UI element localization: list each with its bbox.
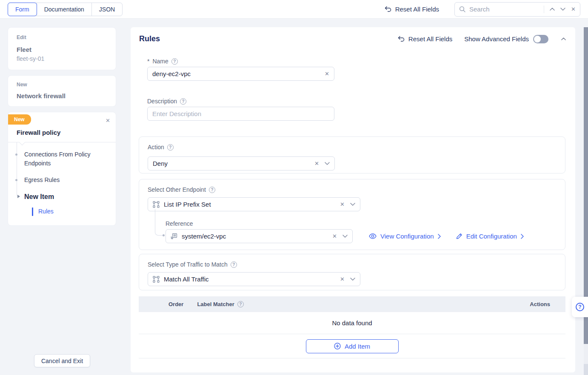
field-label-text: Reference <box>166 220 193 227</box>
help-icon[interactable]: ? <box>231 261 237 268</box>
clear-traffic-button[interactable]: ✕ <box>340 276 345 282</box>
cancel-and-exit-button[interactable]: Cancel and Exit <box>34 354 90 367</box>
description-input[interactable] <box>152 110 329 117</box>
search-input[interactable] <box>469 6 540 13</box>
clear-endpoint-button[interactable]: ✕ <box>340 202 345 207</box>
reset-all-fields-label: Reset All Fields <box>408 35 452 43</box>
tab-json[interactable]: JSON <box>91 3 122 16</box>
column-header-actions: Actions <box>530 301 550 307</box>
reset-all-fields-label: Reset All Fields <box>395 6 439 13</box>
traffic-field-label: Select Type of Traffic to Match ? <box>148 261 557 268</box>
scrollbar-track-end <box>584 364 588 375</box>
clear-name-button[interactable]: ✕ <box>325 71 329 77</box>
tab-documentation[interactable]: Documentation <box>37 3 91 16</box>
traffic-select[interactable]: Match All Traffic ✕ <box>148 272 360 286</box>
close-search-button[interactable]: ✕ <box>571 6 576 12</box>
help-icon[interactable]: ? <box>180 98 186 105</box>
name-field-label: * Name ? <box>147 58 178 65</box>
chevron-down-icon[interactable] <box>343 235 348 238</box>
tree-item-connections-from-policy-endpoints[interactable]: Connections From Policy Endpoints <box>8 150 110 168</box>
table-footer-row: Add Item <box>139 334 565 358</box>
link-label: Edit Configuration <box>466 233 517 240</box>
name-input[interactable] <box>152 70 325 77</box>
next-match-button[interactable] <box>560 8 565 11</box>
select-value: Deny <box>153 160 310 167</box>
edit-configuration-link[interactable]: Edit Configuration <box>456 233 524 240</box>
table-empty-state: No data found <box>139 312 565 334</box>
select-value: system/ec2-vpc <box>182 233 328 240</box>
bullet-dot <box>15 179 17 181</box>
chevron-down-icon[interactable] <box>325 162 330 165</box>
help-button[interactable]: ? <box>572 297 588 317</box>
help-circle-icon: ? <box>576 303 584 311</box>
previous-match-button[interactable] <box>550 8 555 11</box>
chevron-right-icon <box>521 234 524 239</box>
help-icon[interactable]: ? <box>171 58 178 65</box>
tab-form[interactable]: Form <box>8 3 37 16</box>
vertical-scrollbar-track[interactable] <box>584 27 588 375</box>
add-item-label: Add Item <box>345 343 370 350</box>
chevron-down-icon[interactable] <box>350 203 355 206</box>
undo-icon <box>385 6 392 12</box>
field-label-text: Name <box>152 58 168 65</box>
page-title: Rules <box>139 34 160 43</box>
sidebar: Edit Fleet fleet-sy-01 New Network firew… <box>8 27 116 231</box>
name-input-wrapper: ✕ <box>147 67 334 81</box>
endpoint-section-card: Select Other Endpoint ? List IP Prefix S… <box>139 179 565 250</box>
description-field-label: Description ? <box>147 98 186 105</box>
help-icon[interactable]: ? <box>167 144 174 151</box>
add-item-button[interactable]: Add Item <box>306 339 399 353</box>
field-label-text: Action <box>148 144 164 151</box>
card-kicker: Edit <box>17 34 107 40</box>
search-controls: ✕ <box>544 6 576 13</box>
show-advanced-fields-toggle[interactable] <box>533 35 548 43</box>
required-mark: * <box>147 58 149 65</box>
clear-reference-button[interactable]: ✕ <box>332 233 337 239</box>
eye-icon <box>369 233 377 239</box>
help-icon[interactable]: ? <box>237 301 244 307</box>
show-advanced-fields-label: Show Advanced Fields <box>464 35 529 43</box>
tree-item-egress-rules[interactable]: Egress Rules <box>8 176 110 185</box>
column-header-order: Order <box>168 301 183 307</box>
search-icon <box>459 6 466 13</box>
close-policy-button[interactable]: ✕ <box>106 117 110 124</box>
rules-form-panel: Rules Reset All Fields Show Advanced Fie… <box>131 27 575 372</box>
field-label-text: Description <box>147 98 177 105</box>
help-icon[interactable]: ? <box>209 187 215 193</box>
select-value: Match All Traffic <box>164 276 336 283</box>
search-box: ✕ <box>454 2 580 17</box>
reference-select[interactable]: system/ec2-vpc ✕ <box>166 229 353 243</box>
tree-item-rules-active[interactable]: Rules <box>32 207 110 216</box>
tree-item-label: Connections From Policy Endpoints <box>24 151 91 167</box>
tree-item-label: New Item <box>24 193 54 200</box>
plus-circle-icon <box>334 343 341 349</box>
toggle-knob <box>534 36 541 43</box>
action-select[interactable]: Deny ✕ <box>148 156 335 170</box>
endpoint-select[interactable]: List IP Prefix Set ✕ <box>148 197 360 211</box>
reset-all-fields-button[interactable]: Reset All Fields <box>385 6 439 13</box>
view-configuration-link[interactable]: View Configuration <box>369 233 441 240</box>
column-header-label-matcher: Label Matcher ? <box>197 301 243 307</box>
traffic-section-card: Select Type of Traffic to Match ? Match … <box>139 254 565 290</box>
action-field-label: Action ? <box>148 144 557 151</box>
chevron-down-icon[interactable] <box>350 278 355 281</box>
reference-field-label: Reference <box>166 220 193 227</box>
undo-icon <box>398 36 405 42</box>
collapse-section-button[interactable] <box>561 37 566 40</box>
bullet-dot <box>15 153 17 156</box>
label-matcher-table: Order Label Matcher ? Actions No data fo… <box>139 296 565 358</box>
new-status-badge: New <box>8 114 31 125</box>
link-label: View Configuration <box>380 233 434 240</box>
view-tab-group: Form Documentation JSON <box>8 3 123 16</box>
firewall-policy-card: New ✕ Firewall policy Connections From P… <box>8 112 116 226</box>
tree-item-new-item[interactable]: New Item <box>8 192 110 201</box>
table-header-row: Order Label Matcher ? Actions <box>139 296 565 312</box>
top-toolbar: Form Documentation JSON Reset All Fields <box>0 0 588 19</box>
policy-title: Firewall policy <box>8 125 116 142</box>
reference-doc-icon <box>171 233 177 240</box>
clear-action-button[interactable]: ✕ <box>314 161 319 166</box>
card-subtitle: fleet-sy-01 <box>17 55 107 62</box>
select-value: List IP Prefix Set <box>164 201 336 208</box>
card-title: Network firewall <box>17 92 107 99</box>
reset-all-fields-button[interactable]: Reset All Fields <box>398 35 452 43</box>
